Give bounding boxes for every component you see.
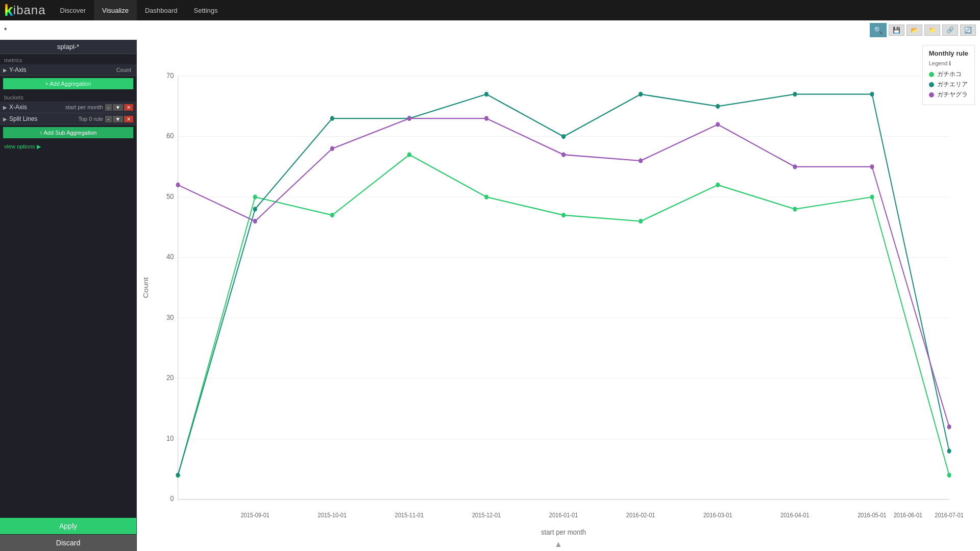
- split-lines-remove-btn[interactable]: ✕: [124, 116, 133, 122]
- collapse-arrow-icon[interactable]: ▲: [554, 540, 562, 549]
- series-teal-point-0: [176, 473, 180, 478]
- split-lines-minus-btn[interactable]: -: [105, 116, 112, 122]
- series-green-point-2: [330, 213, 334, 217]
- logo-text: ibana: [13, 3, 46, 17]
- search-input[interactable]: [4, 26, 870, 34]
- series-green-point-3: [407, 152, 411, 157]
- svg-text:2015-11-01: 2015-11-01: [395, 512, 424, 519]
- svg-text:2016-04-01: 2016-04-01: [780, 512, 810, 519]
- legend-name-1: ガチエリア: [937, 80, 968, 89]
- chart-area: Monthly rule Legend ℹ ガチホコ ガチエリア ガチヤグラ: [137, 40, 980, 551]
- legend-title: Monthly rule: [929, 49, 968, 57]
- series-green-point-7: [716, 183, 720, 187]
- x-axis-name: X-Axis: [9, 104, 65, 111]
- series-green-point-10: [947, 473, 951, 478]
- logo-k: k: [4, 1, 13, 20]
- svg-text:2016-05-01: 2016-05-01: [857, 512, 887, 519]
- legend-name-2: ガチヤグラ: [937, 90, 968, 99]
- nav-dashboard[interactable]: Dashboard: [137, 0, 186, 20]
- split-lines-arrow-btn[interactable]: ▼: [113, 116, 123, 122]
- x-axis-minus-btn[interactable]: -: [105, 104, 112, 111]
- legend-dot-0: [929, 72, 934, 77]
- metrics-label: metrics: [0, 54, 136, 64]
- y-axis-row[interactable]: ▶ Y-Axis Count: [0, 64, 136, 76]
- series-green-point-5: [561, 213, 566, 217]
- search-button[interactable]: 🔍: [870, 23, 887, 37]
- series-teal-point-6: [639, 92, 643, 96]
- refresh-icon[interactable]: 🔄: [960, 24, 976, 36]
- split-lines-row[interactable]: ▶ Split Lines Top 0 rule - ▼ ✕: [0, 113, 136, 125]
- y-axis-name: Y-Axis: [9, 66, 116, 73]
- series-purple-point-6: [639, 158, 643, 163]
- svg-text:60: 60: [166, 131, 174, 140]
- svg-text:0: 0: [170, 494, 174, 503]
- series-teal-point-5: [561, 134, 566, 139]
- apply-button[interactable]: Apply: [0, 518, 136, 534]
- discard-button[interactable]: Discard: [0, 535, 136, 551]
- link-icon[interactable]: 🔗: [942, 24, 958, 36]
- series-green-point-9: [870, 194, 874, 199]
- add-aggregation-button[interactable]: + Add Aggregation: [3, 78, 133, 89]
- legend-item-2: ガチヤグラ: [929, 90, 968, 99]
- svg-text:50: 50: [166, 192, 174, 201]
- share-icon[interactable]: 📁: [924, 24, 940, 36]
- series-purple-point-10: [947, 424, 951, 429]
- svg-text:2016-01-01: 2016-01-01: [549, 512, 578, 519]
- series-teal-point-2: [330, 116, 334, 120]
- y-axis-expand-icon: ▶: [3, 67, 7, 73]
- legend-name-0: ガチホコ: [937, 70, 962, 79]
- legend: Monthly rule Legend ℹ ガチホコ ガチエリア ガチヤグラ: [922, 45, 975, 105]
- add-sub-aggregation-button[interactable]: ↑ Add Sub Aggregation: [3, 127, 133, 138]
- series-teal-point-1: [253, 207, 257, 211]
- legend-label: Legend ℹ: [929, 60, 968, 67]
- series-teal-point-9: [870, 92, 874, 96]
- x-axis-row[interactable]: ▶ X-Axis start per month - ▼ ✕: [0, 102, 136, 113]
- svg-text:20: 20: [166, 373, 174, 382]
- panel-header: splapl-*: [0, 40, 136, 54]
- series-teal-point-8: [793, 92, 797, 96]
- svg-text:2015-09-01: 2015-09-01: [240, 512, 270, 519]
- x-axis-value: start per month: [65, 104, 103, 110]
- load-icon[interactable]: 📂: [906, 24, 922, 36]
- legend-dot-1: [929, 82, 934, 87]
- svg-text:70: 70: [166, 71, 174, 80]
- svg-text:2016-07-01: 2016-07-01: [935, 512, 964, 519]
- nav-settings[interactable]: Settings: [186, 0, 226, 20]
- svg-text:2016-03-01: 2016-03-01: [703, 512, 732, 519]
- series-teal-point-4: [484, 92, 488, 96]
- svg-text:2016-06-01: 2016-06-01: [894, 512, 923, 519]
- series-purple-point-1: [253, 219, 257, 223]
- series-purple-point-0: [176, 183, 180, 187]
- series-green-line: [178, 155, 949, 475]
- save-icon[interactable]: 💾: [889, 24, 904, 36]
- svg-text:Count: Count: [142, 277, 150, 298]
- legend-dot-2: [929, 92, 934, 97]
- series-green-point-4: [484, 194, 488, 199]
- nav-visualize[interactable]: Visualize: [94, 0, 137, 20]
- split-lines-name: Split Lines: [9, 115, 78, 122]
- x-axis-remove-btn[interactable]: ✕: [124, 104, 133, 111]
- legend-item-0: ガチホコ: [929, 70, 968, 79]
- line-chart: 0 10 20 30 40 50 60 70 Count 2015-09-01 …: [137, 40, 980, 536]
- svg-text:start per month: start per month: [541, 528, 586, 536]
- series-purple-point-4: [484, 116, 488, 120]
- svg-text:10: 10: [166, 434, 174, 442]
- legend-item-1: ガチエリア: [929, 80, 968, 89]
- split-lines-expand-icon: ▶: [3, 116, 7, 122]
- svg-text:40: 40: [166, 252, 174, 261]
- series-purple-point-8: [793, 164, 797, 169]
- series-purple-line: [178, 118, 949, 427]
- y-axis-value: Count: [116, 67, 131, 73]
- series-green-point-8: [793, 207, 797, 211]
- series-purple-point-2: [330, 146, 334, 151]
- svg-text:2015-10-01: 2015-10-01: [317, 512, 347, 519]
- nav-discover[interactable]: Discover: [52, 0, 94, 20]
- split-lines-value: Top 0 rule: [78, 116, 103, 122]
- view-options[interactable]: view options ▶: [0, 140, 136, 153]
- series-green-point-6: [639, 219, 643, 223]
- series-teal-line: [178, 94, 949, 475]
- x-axis-arrow-btn[interactable]: ▼: [113, 104, 123, 111]
- series-green-point-1: [253, 194, 257, 199]
- svg-text:30: 30: [166, 313, 174, 321]
- series-purple-point-3: [407, 116, 411, 120]
